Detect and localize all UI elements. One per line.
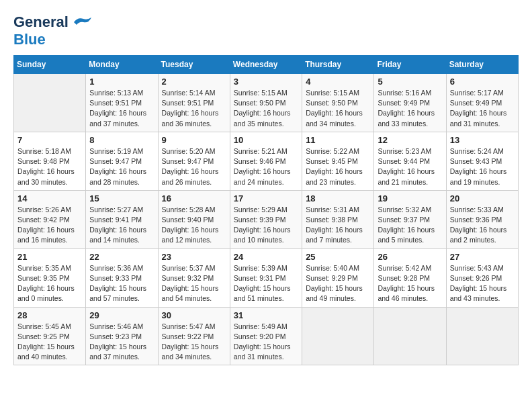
calendar-cell xyxy=(14,74,86,132)
day-info: Sunrise: 5:45 AM Sunset: 9:25 PM Dayligh… xyxy=(17,322,82,363)
calendar-cell: 12Sunrise: 5:23 AM Sunset: 9:44 PM Dayli… xyxy=(374,132,446,190)
day-number: 28 xyxy=(17,310,82,320)
calendar-cell xyxy=(374,307,446,365)
day-info: Sunrise: 5:35 AM Sunset: 9:35 PM Dayligh… xyxy=(17,263,82,304)
day-info: Sunrise: 5:43 AM Sunset: 9:26 PM Dayligh… xyxy=(450,263,515,304)
page-header: General Blue xyxy=(13,13,519,48)
calendar-cell: 7Sunrise: 5:18 AM Sunset: 9:48 PM Daylig… xyxy=(14,132,86,190)
weekday-header-saturday: Saturday xyxy=(446,56,518,74)
day-number: 15 xyxy=(89,193,154,203)
calendar-week-row: 21Sunrise: 5:35 AM Sunset: 9:35 PM Dayli… xyxy=(14,248,519,307)
weekday-header-sunday: Sunday xyxy=(14,56,86,74)
day-number: 6 xyxy=(450,77,515,87)
day-info: Sunrise: 5:42 AM Sunset: 9:28 PM Dayligh… xyxy=(378,263,442,304)
day-number: 3 xyxy=(234,77,298,87)
calendar-header-row: SundayMondayTuesdayWednesdayThursdayFrid… xyxy=(14,56,519,74)
logo-bird-icon xyxy=(71,15,93,29)
calendar-cell: 17Sunrise: 5:29 AM Sunset: 9:39 PM Dayli… xyxy=(230,190,302,248)
day-number: 4 xyxy=(306,77,370,87)
day-number: 12 xyxy=(378,135,442,145)
calendar-body: 1Sunrise: 5:13 AM Sunset: 9:51 PM Daylig… xyxy=(14,74,519,365)
calendar-cell: 20Sunrise: 5:33 AM Sunset: 9:36 PM Dayli… xyxy=(446,190,518,248)
day-info: Sunrise: 5:17 AM Sunset: 9:49 PM Dayligh… xyxy=(450,88,515,129)
day-info: Sunrise: 5:27 AM Sunset: 9:41 PM Dayligh… xyxy=(89,205,154,246)
day-info: Sunrise: 5:26 AM Sunset: 9:42 PM Dayligh… xyxy=(17,205,82,246)
day-number: 1 xyxy=(89,77,154,87)
day-number: 8 xyxy=(89,135,154,145)
day-info: Sunrise: 5:47 AM Sunset: 9:22 PM Dayligh… xyxy=(162,322,226,363)
day-info: Sunrise: 5:28 AM Sunset: 9:40 PM Dayligh… xyxy=(162,205,226,246)
day-info: Sunrise: 5:21 AM Sunset: 9:46 PM Dayligh… xyxy=(234,146,298,187)
day-number: 13 xyxy=(450,135,515,145)
calendar-cell: 24Sunrise: 5:39 AM Sunset: 9:31 PM Dayli… xyxy=(230,248,302,307)
weekday-header-tuesday: Tuesday xyxy=(158,56,230,74)
calendar-cell: 15Sunrise: 5:27 AM Sunset: 9:41 PM Dayli… xyxy=(86,190,158,248)
calendar-week-row: 7Sunrise: 5:18 AM Sunset: 9:48 PM Daylig… xyxy=(14,132,519,190)
day-info: Sunrise: 5:39 AM Sunset: 9:31 PM Dayligh… xyxy=(234,263,298,304)
day-info: Sunrise: 5:19 AM Sunset: 9:47 PM Dayligh… xyxy=(89,146,154,187)
calendar-cell: 10Sunrise: 5:21 AM Sunset: 9:46 PM Dayli… xyxy=(230,132,302,190)
day-info: Sunrise: 5:20 AM Sunset: 9:47 PM Dayligh… xyxy=(162,146,226,187)
calendar-cell: 27Sunrise: 5:43 AM Sunset: 9:26 PM Dayli… xyxy=(446,248,518,307)
day-info: Sunrise: 5:22 AM Sunset: 9:45 PM Dayligh… xyxy=(306,146,370,187)
calendar-cell xyxy=(446,307,518,365)
calendar-cell: 2Sunrise: 5:14 AM Sunset: 9:51 PM Daylig… xyxy=(158,74,230,132)
day-info: Sunrise: 5:14 AM Sunset: 9:51 PM Dayligh… xyxy=(162,88,226,129)
calendar-cell: 31Sunrise: 5:49 AM Sunset: 9:20 PM Dayli… xyxy=(230,307,302,365)
calendar-week-row: 14Sunrise: 5:26 AM Sunset: 9:42 PM Dayli… xyxy=(14,190,519,248)
day-info: Sunrise: 5:49 AM Sunset: 9:20 PM Dayligh… xyxy=(234,322,298,363)
day-number: 29 xyxy=(89,310,154,320)
calendar-cell: 30Sunrise: 5:47 AM Sunset: 9:22 PM Dayli… xyxy=(158,307,230,365)
day-number: 24 xyxy=(234,252,298,262)
calendar-cell: 25Sunrise: 5:40 AM Sunset: 9:29 PM Dayli… xyxy=(302,248,374,307)
calendar-cell: 26Sunrise: 5:42 AM Sunset: 9:28 PM Dayli… xyxy=(374,248,446,307)
calendar-cell: 5Sunrise: 5:16 AM Sunset: 9:49 PM Daylig… xyxy=(374,74,446,132)
day-number: 9 xyxy=(162,135,226,145)
day-info: Sunrise: 5:37 AM Sunset: 9:32 PM Dayligh… xyxy=(162,263,226,304)
day-number: 25 xyxy=(306,252,370,262)
calendar-cell: 19Sunrise: 5:32 AM Sunset: 9:37 PM Dayli… xyxy=(374,190,446,248)
calendar-cell: 28Sunrise: 5:45 AM Sunset: 9:25 PM Dayli… xyxy=(14,307,86,365)
day-info: Sunrise: 5:13 AM Sunset: 9:51 PM Dayligh… xyxy=(89,88,154,129)
day-number: 26 xyxy=(378,252,442,262)
weekday-header-wednesday: Wednesday xyxy=(230,56,302,74)
logo-general-text: General xyxy=(13,13,69,31)
day-number: 11 xyxy=(306,135,370,145)
calendar-week-row: 1Sunrise: 5:13 AM Sunset: 9:51 PM Daylig… xyxy=(14,74,519,132)
calendar-cell: 9Sunrise: 5:20 AM Sunset: 9:47 PM Daylig… xyxy=(158,132,230,190)
day-number: 18 xyxy=(306,193,370,203)
day-info: Sunrise: 5:24 AM Sunset: 9:43 PM Dayligh… xyxy=(450,146,515,187)
day-info: Sunrise: 5:46 AM Sunset: 9:23 PM Dayligh… xyxy=(89,322,154,363)
day-number: 30 xyxy=(162,310,226,320)
weekday-header-thursday: Thursday xyxy=(302,56,374,74)
calendar-cell xyxy=(302,307,374,365)
calendar-cell: 1Sunrise: 5:13 AM Sunset: 9:51 PM Daylig… xyxy=(86,74,158,132)
calendar-week-row: 28Sunrise: 5:45 AM Sunset: 9:25 PM Dayli… xyxy=(14,307,519,365)
calendar-cell: 11Sunrise: 5:22 AM Sunset: 9:45 PM Dayli… xyxy=(302,132,374,190)
calendar-cell: 29Sunrise: 5:46 AM Sunset: 9:23 PM Dayli… xyxy=(86,307,158,365)
weekday-header-friday: Friday xyxy=(374,56,446,74)
calendar-cell: 3Sunrise: 5:15 AM Sunset: 9:50 PM Daylig… xyxy=(230,74,302,132)
day-number: 22 xyxy=(89,252,154,262)
day-number: 10 xyxy=(234,135,298,145)
day-info: Sunrise: 5:29 AM Sunset: 9:39 PM Dayligh… xyxy=(234,205,298,246)
day-info: Sunrise: 5:36 AM Sunset: 9:33 PM Dayligh… xyxy=(89,263,154,304)
day-number: 27 xyxy=(450,252,515,262)
day-info: Sunrise: 5:40 AM Sunset: 9:29 PM Dayligh… xyxy=(306,263,370,304)
calendar-cell: 23Sunrise: 5:37 AM Sunset: 9:32 PM Dayli… xyxy=(158,248,230,307)
logo-blue-text: Blue xyxy=(13,31,46,48)
day-info: Sunrise: 5:16 AM Sunset: 9:49 PM Dayligh… xyxy=(378,88,442,129)
calendar-cell: 14Sunrise: 5:26 AM Sunset: 9:42 PM Dayli… xyxy=(14,190,86,248)
day-number: 17 xyxy=(234,193,298,203)
day-number: 23 xyxy=(162,252,226,262)
day-info: Sunrise: 5:15 AM Sunset: 9:50 PM Dayligh… xyxy=(234,88,298,129)
day-info: Sunrise: 5:32 AM Sunset: 9:37 PM Dayligh… xyxy=(378,205,442,246)
weekday-header-monday: Monday xyxy=(86,56,158,74)
day-number: 21 xyxy=(17,252,82,262)
calendar-cell: 4Sunrise: 5:15 AM Sunset: 9:50 PM Daylig… xyxy=(302,74,374,132)
calendar-cell: 21Sunrise: 5:35 AM Sunset: 9:35 PM Dayli… xyxy=(14,248,86,307)
calendar-table: SundayMondayTuesdayWednesdayThursdayFrid… xyxy=(13,55,519,365)
day-number: 2 xyxy=(162,77,226,87)
day-number: 5 xyxy=(378,77,442,87)
day-info: Sunrise: 5:31 AM Sunset: 9:38 PM Dayligh… xyxy=(306,205,370,246)
